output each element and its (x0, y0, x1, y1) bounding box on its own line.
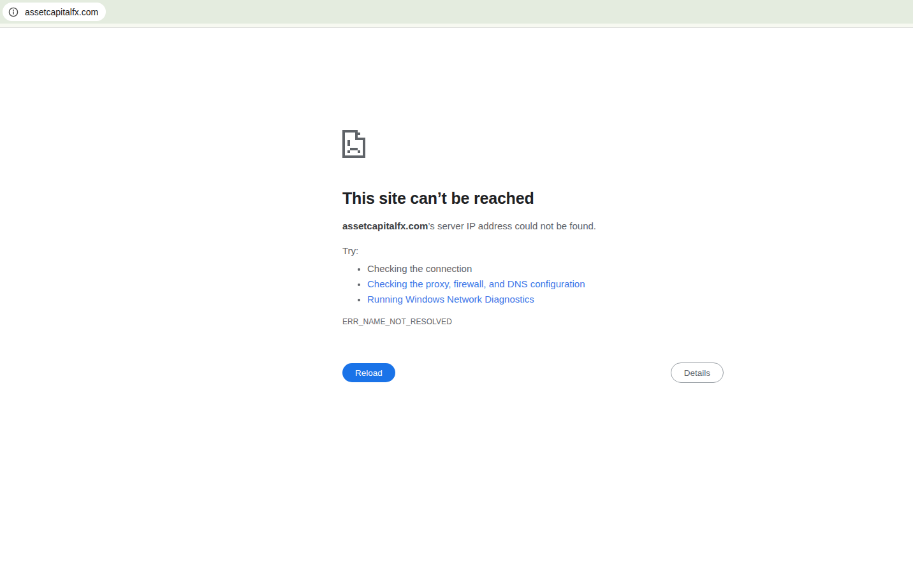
error-code: ERR_NAME_NOT_RESOLVED (342, 317, 724, 327)
suggestion-item: Checking the proxy, firewall, and DNS co… (367, 276, 724, 292)
error-page-content: This site can’t be reached assetcapitalf… (342, 0, 724, 383)
suggestion-link-proxy-firewall-dns[interactable]: Checking the proxy, firewall, and DNS co… (367, 278, 585, 289)
suggestion-item: Checking the connection (367, 261, 724, 276)
error-message: assetcapitalfx.com’s server IP address c… (342, 220, 724, 233)
address-bar[interactable]: assetcapitalfx.com (3, 3, 106, 21)
suggestion-item: Running Windows Network Diagnostics (367, 292, 724, 307)
suggestion-list: Checking the connection Checking the pro… (342, 261, 724, 307)
error-message-suffix: ’s server IP address could not be found. (428, 220, 596, 231)
page-title: This site can’t be reached (342, 189, 724, 208)
sad-file-icon (342, 130, 365, 158)
suggestion-link-network-diagnostics[interactable]: Running Windows Network Diagnostics (367, 294, 534, 305)
button-row: Reload Details (342, 362, 724, 383)
info-icon[interactable] (8, 7, 18, 17)
screen: { "browser": { "address_bar": { "url": "… (0, 0, 913, 588)
try-label: Try: (342, 245, 724, 257)
reload-button[interactable]: Reload (342, 363, 395, 382)
details-button[interactable]: Details (671, 362, 724, 383)
address-bar-url: assetcapitalfx.com (25, 7, 98, 17)
suggestion-text-connection: Checking the connection (367, 263, 472, 274)
domain-name: assetcapitalfx.com (342, 220, 428, 231)
